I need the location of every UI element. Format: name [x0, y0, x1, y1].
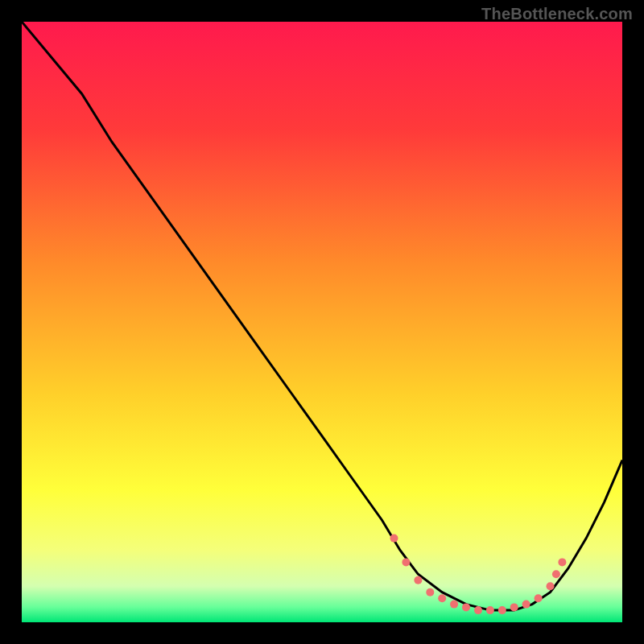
highlight-dot — [462, 603, 470, 611]
gradient-rect — [22, 22, 622, 622]
chart-frame: TheBottleneck.com — [0, 0, 644, 644]
highlight-dot — [426, 588, 434, 597]
highlight-dot — [486, 606, 494, 614]
highlight-dot — [474, 606, 482, 614]
chart-svg — [22, 22, 622, 622]
highlight-dot — [558, 558, 566, 566]
highlight-dot — [510, 603, 518, 611]
watermark-text: TheBottleneck.com — [481, 5, 633, 23]
highlight-dot — [450, 601, 458, 609]
highlight-dot — [390, 535, 398, 543]
highlight-dot — [498, 606, 506, 614]
highlight-dot — [552, 570, 560, 578]
highlight-dot — [522, 601, 530, 609]
highlight-dot — [414, 576, 422, 584]
highlight-dot — [438, 594, 446, 602]
highlight-dot — [535, 594, 543, 602]
highlight-dot — [402, 558, 410, 566]
highlight-dot — [547, 582, 555, 590]
plot-area — [22, 22, 622, 622]
